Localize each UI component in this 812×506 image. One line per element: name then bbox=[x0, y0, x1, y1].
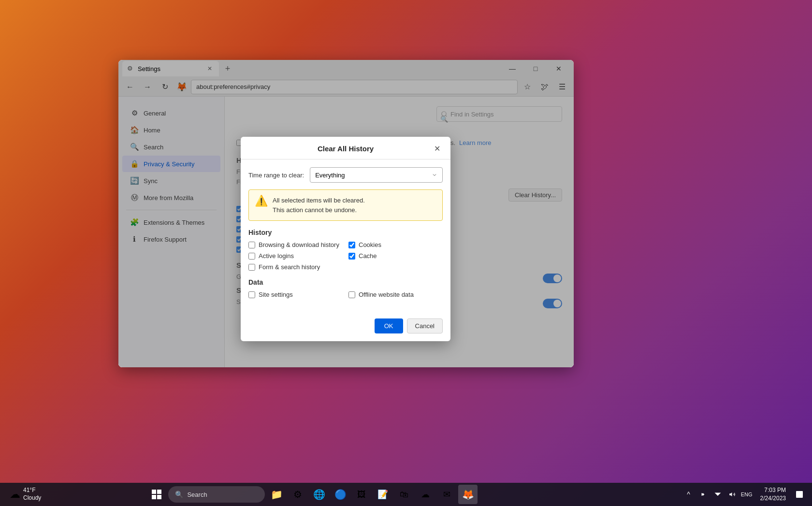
clock-date: 2/24/2023 bbox=[760, 494, 786, 503]
form-search-item: Form & search history bbox=[248, 263, 343, 271]
taskbar-search-icon: 🔍 bbox=[175, 491, 183, 498]
taskbar-search[interactable]: 🔍 Search bbox=[168, 486, 265, 503]
weather-temp: 41°F bbox=[23, 487, 41, 494]
offline-data-label: Offline website data bbox=[359, 291, 414, 298]
chrome-icon: 🔵 bbox=[334, 489, 347, 500]
weather-icon: ☁ bbox=[10, 488, 20, 501]
dialog-body: Time range to clear: Everything Last Hou… bbox=[241, 159, 450, 314]
time-display[interactable]: 7:03 PM 2/24/2023 bbox=[756, 486, 790, 503]
taskbar-firefox[interactable]: 🦊 bbox=[458, 485, 478, 504]
mail-icon: ✉ bbox=[443, 489, 450, 500]
settings-taskbar-icon: ⚙ bbox=[293, 489, 302, 500]
taskbar-right: ^ ENG 7:03 PM 2/24/2023 bbox=[682, 486, 806, 503]
notification-button[interactable] bbox=[793, 488, 806, 501]
warning-box: ⚠️ All selected items will be cleared. T… bbox=[248, 189, 443, 221]
data-checkboxes: Site settings Offline website data bbox=[248, 291, 443, 298]
bluetooth-icon[interactable] bbox=[696, 488, 710, 501]
cookies-label: Cookies bbox=[359, 241, 381, 248]
taskbar-file-explorer[interactable]: 📁 bbox=[267, 485, 286, 504]
time-range-select[interactable]: Everything Last Hour Last Two Hours Last… bbox=[310, 167, 443, 183]
onedrive-icon: ☁ bbox=[421, 489, 430, 500]
cache-label: Cache bbox=[359, 252, 377, 260]
cache-item: Cache bbox=[348, 252, 443, 260]
cookies-item: Cookies bbox=[348, 241, 443, 248]
warning-text: All selected items will be cleared. This… bbox=[273, 196, 365, 215]
volume-icon[interactable] bbox=[725, 488, 739, 501]
taskbar-screen-capture[interactable]: 🖼 bbox=[352, 485, 371, 504]
offline-data-item: Offline website data bbox=[348, 291, 443, 298]
cache-checkbox[interactable] bbox=[348, 253, 355, 260]
store-icon: 🛍 bbox=[400, 490, 408, 500]
form-search-checkbox[interactable] bbox=[248, 264, 255, 271]
time-range-row: Time range to clear: Everything Last Hou… bbox=[248, 167, 443, 183]
active-logins-label: Active logins bbox=[259, 252, 294, 260]
warning-icon: ⚠️ bbox=[255, 196, 268, 206]
cookies-checkbox[interactable] bbox=[348, 242, 355, 248]
svg-rect-1 bbox=[157, 490, 161, 494]
weather-text: 41°F Cloudy bbox=[23, 487, 41, 502]
ok-button[interactable]: OK bbox=[375, 318, 403, 333]
dialog-footer: OK Cancel bbox=[241, 314, 450, 341]
taskbar-chrome[interactable]: 🔵 bbox=[331, 485, 350, 504]
active-logins-item: Active logins bbox=[248, 252, 343, 260]
warning-line1: All selected items will be cleared. bbox=[273, 196, 365, 205]
active-logins-checkbox[interactable] bbox=[248, 253, 255, 260]
svg-rect-3 bbox=[157, 495, 161, 499]
taskbar-onedrive[interactable]: ☁ bbox=[416, 485, 435, 504]
dialog-titlebar: Clear All History ✕ bbox=[241, 137, 450, 159]
taskbar-store[interactable]: 🛍 bbox=[394, 485, 414, 504]
taskbar-notes[interactable]: 📝 bbox=[373, 485, 392, 504]
notes-icon: 📝 bbox=[377, 489, 388, 500]
network-icon[interactable] bbox=[711, 488, 725, 501]
clock-time: 7:03 PM bbox=[760, 486, 786, 494]
taskbar-search-label: Search bbox=[187, 491, 207, 498]
weather-condition: Cloudy bbox=[23, 494, 41, 502]
system-tray: ^ ENG bbox=[682, 488, 754, 501]
taskbar-settings[interactable]: ⚙ bbox=[288, 485, 307, 504]
language-label: ENG bbox=[741, 492, 753, 497]
screen-capture-icon: 🖼 bbox=[357, 490, 366, 500]
weather-widget[interactable]: ☁ 41°F Cloudy bbox=[6, 485, 45, 504]
site-settings-checkbox[interactable] bbox=[248, 291, 255, 298]
data-section-label: Data bbox=[248, 278, 443, 286]
dialog-title: Clear All History bbox=[260, 145, 431, 153]
taskbar: ☁ 41°F Cloudy 🔍 Search 📁 ⚙ bbox=[0, 483, 812, 506]
windows-start-button[interactable] bbox=[147, 485, 166, 504]
svg-rect-4 bbox=[796, 491, 803, 498]
time-range-label: Time range to clear: bbox=[248, 172, 304, 179]
taskbar-center: 🔍 Search 📁 ⚙ 🌐 🔵 🖼 📝 🛍 ☁ bbox=[147, 485, 478, 504]
warning-line2: This action cannot be undone. bbox=[273, 205, 365, 215]
file-explorer-icon: 📁 bbox=[271, 489, 283, 500]
lang-icon[interactable]: ENG bbox=[740, 488, 754, 501]
taskbar-edge[interactable]: 🌐 bbox=[309, 485, 329, 504]
history-checkboxes: Browsing & download history Cookies Acti… bbox=[248, 241, 443, 271]
history-section-label: History bbox=[248, 229, 443, 236]
dialog-close-button[interactable]: ✕ bbox=[431, 143, 443, 154]
svg-rect-0 bbox=[152, 490, 156, 494]
site-settings-label: Site settings bbox=[259, 291, 293, 298]
cancel-button[interactable]: Cancel bbox=[407, 318, 443, 333]
offline-data-checkbox[interactable] bbox=[348, 291, 355, 298]
taskbar-mail[interactable]: ✉ bbox=[437, 485, 456, 504]
site-settings-item: Site settings bbox=[248, 291, 343, 298]
browsing-download-item: Browsing & download history bbox=[248, 241, 343, 248]
browsing-download-label: Browsing & download history bbox=[259, 241, 339, 248]
form-search-label: Form & search history bbox=[259, 263, 320, 271]
svg-rect-2 bbox=[152, 495, 156, 499]
clear-history-dialog: Clear All History ✕ Time range to clear:… bbox=[241, 137, 450, 341]
chevron-up-icon[interactable]: ^ bbox=[682, 488, 696, 501]
edge-icon: 🌐 bbox=[313, 489, 325, 500]
firefox-taskbar-icon: 🦊 bbox=[462, 489, 474, 500]
browsing-download-checkbox[interactable] bbox=[248, 242, 255, 248]
